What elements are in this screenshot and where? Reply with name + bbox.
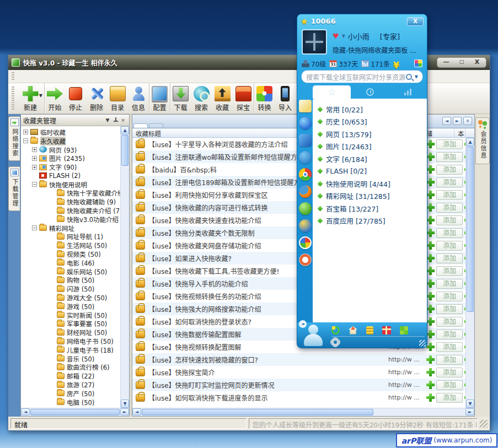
menu-item[interactable] <box>44 75 57 78</box>
home-icon[interactable] <box>349 326 357 334</box>
menu-item[interactable] <box>18 75 31 78</box>
tree-item-label[interactable]: 图片 (2435) <box>49 154 85 163</box>
add-plus-icon[interactable] <box>426 343 435 351</box>
toolbar-button[interactable]: 探宝 <box>233 83 254 114</box>
browser-icon[interactable] <box>299 151 312 164</box>
category-item[interactable]: 文字 [6/184] <box>318 153 427 165</box>
tree-item-label[interactable]: 快拖十字星收藏介绍 <box>67 189 120 198</box>
tree-item[interactable]: + 网页 (93) <box>23 145 120 154</box>
folder-panel-close-icon[interactable]: × <box>119 117 127 123</box>
search-icon[interactable] <box>406 74 412 80</box>
tree-item[interactable]: 生活网站 (50) <box>23 241 120 250</box>
tree-item-label[interactable]: 网址导航 (1) <box>67 233 103 241</box>
tree-item-label[interactable]: 财经网址 (50) <box>67 328 107 337</box>
tree-item-label[interactable]: 电脑 (50) <box>67 398 94 407</box>
add-plus-icon[interactable] <box>426 330 435 338</box>
toolbar-button[interactable]: 删除 <box>86 83 107 114</box>
add-button[interactable]: 添加 <box>436 368 463 377</box>
tree-item-label[interactable]: 游戏 (50) <box>67 302 94 311</box>
add-button[interactable]: 添加 <box>436 177 463 187</box>
row-url[interactable]: http://w ... <box>388 369 425 376</box>
maximize-button[interactable]: □ <box>454 58 469 67</box>
tree-item[interactable]: − 精彩网址 <box>23 224 120 233</box>
add-button[interactable]: 添加 <box>436 241 463 251</box>
category-item[interactable]: FLASH [0/2] <box>318 165 427 178</box>
tree-item-label[interactable]: 闪游 (50) <box>67 284 94 293</box>
tree-item-label[interactable]: 快拖收藏辅助 (9) <box>67 197 116 206</box>
category-label[interactable]: FLASH [0/2] <box>326 167 367 175</box>
tree-item-label[interactable]: 购物 (50) <box>67 276 94 285</box>
toolbar-button[interactable]: 信息 <box>128 83 149 114</box>
toolbar-button[interactable]: 下载 <box>170 83 191 114</box>
tree-horizontal-scrollbar[interactable]: ◄ ► <box>21 408 129 416</box>
panel-dropdown-icon[interactable]: ▼ <box>104 117 111 123</box>
add-plus-icon[interactable] <box>426 153 435 161</box>
tree-expander[interactable]: − <box>32 182 37 187</box>
add-plus-icon[interactable] <box>426 381 435 389</box>
tree-expander[interactable]: + <box>32 156 37 161</box>
tab-close-icon[interactable]: × <box>463 117 472 125</box>
stat-item[interactable]: ¥ <box>393 60 401 67</box>
toolbar-button[interactable]: 转换 <box>254 83 275 114</box>
tree-item[interactable]: 快拖十字星收藏介绍 <box>23 189 120 198</box>
category-item[interactable]: 历史 [0/653] <box>318 116 427 128</box>
add-button[interactable]: 添加 <box>436 165 463 175</box>
tree-item[interactable]: − 快拖使用说明 <box>23 180 120 189</box>
scroll-up-icon[interactable]: ▲ <box>466 138 474 146</box>
tree-expander[interactable]: + <box>32 147 37 152</box>
category-label[interactable]: 文字 [6/184] <box>326 154 367 164</box>
tree-item[interactable]: + 临时收藏 <box>23 128 120 137</box>
tree-item[interactable]: 音乐 (50) <box>23 354 120 363</box>
panel-header[interactable]: ★ 10066 X <box>297 14 427 28</box>
tree-item-label[interactable]: 房产 (50) <box>67 389 94 398</box>
browser-icon[interactable] <box>299 185 312 198</box>
panel-resize-grip-icon[interactable] <box>419 340 426 347</box>
browser-icon[interactable] <box>299 271 312 283</box>
tree-item[interactable]: 快拖v3.0功能介绍 (1 <box>23 215 120 224</box>
status-dropdown-icon[interactable]: ▼ <box>342 34 345 39</box>
tree-item-label[interactable]: 视频类 (50) <box>67 250 101 258</box>
add-plus-icon[interactable] <box>426 191 435 199</box>
tree-item[interactable]: 游戏 (50) <box>23 302 120 311</box>
tree-vertical-scrollbar[interactable]: ▲ ▼ <box>120 126 129 408</box>
palette-icon[interactable] <box>414 60 422 67</box>
panel-subtitle[interactable]: 隐藏-快拖网络收藏夹面板 ... <box>333 45 422 55</box>
add-button[interactable]: 添加 <box>436 228 463 238</box>
tree-item[interactable]: 购物 (50) <box>23 276 120 285</box>
add-plus-icon[interactable] <box>426 178 435 186</box>
coins-icon[interactable] <box>366 326 373 334</box>
scrollbar-thumb[interactable] <box>30 409 120 415</box>
tree-item[interactable]: 军事要塞 (50) <box>23 320 120 328</box>
browser-icon[interactable] <box>299 236 312 249</box>
row-url[interactable]: http://w ... <box>388 356 425 363</box>
user-avatar[interactable] <box>303 325 324 347</box>
tree-item[interactable]: 视频类 (50) <box>23 250 120 258</box>
gift-icon[interactable] <box>382 326 391 334</box>
list-tab[interactable] <box>149 123 163 128</box>
scrollbar-thumb[interactable] <box>121 135 128 166</box>
stat-item[interactable]: 171条 <box>361 59 390 68</box>
browser-icon[interactable] <box>299 219 312 232</box>
tree-item-label[interactable]: 快拖v3.0功能介绍 (1 <box>67 215 120 224</box>
settings-gear-icon[interactable] <box>331 338 339 346</box>
browser-icon[interactable] <box>299 168 312 181</box>
scrollbar-thumb[interactable] <box>467 147 474 312</box>
tree-item-label[interactable]: 快拖使用说明 <box>49 180 87 189</box>
scroll-right-icon[interactable]: ► <box>465 408 474 415</box>
toolbar-button[interactable]: 搜索 <box>191 83 212 114</box>
tree-item-label[interactable]: 电影 (46) <box>67 258 94 267</box>
category-label[interactable]: 百度应用 [27/785] <box>326 215 385 226</box>
scroll-down-icon[interactable]: ▼ <box>121 400 129 408</box>
add-plus-icon[interactable] <box>426 254 435 262</box>
scroll-right-icon[interactable]: ► <box>120 408 129 415</box>
browser-icon[interactable] <box>299 134 312 147</box>
tree-item[interactable]: 快拖收藏辅助 (9) <box>23 197 120 206</box>
add-button[interactable]: 添加 <box>436 393 463 403</box>
add-button[interactable]: 添加 <box>436 266 463 276</box>
add-button[interactable]: 添加 <box>436 203 463 213</box>
tree-item[interactable]: + 图片 (2435) <box>23 154 120 163</box>
add-plus-icon[interactable] <box>426 368 435 376</box>
tree-item[interactable]: 财经网址 (50) <box>23 328 120 337</box>
tree-item-label[interactable]: 网页 (93) <box>49 145 77 154</box>
toolbar-button[interactable]: 导入 <box>275 83 296 114</box>
